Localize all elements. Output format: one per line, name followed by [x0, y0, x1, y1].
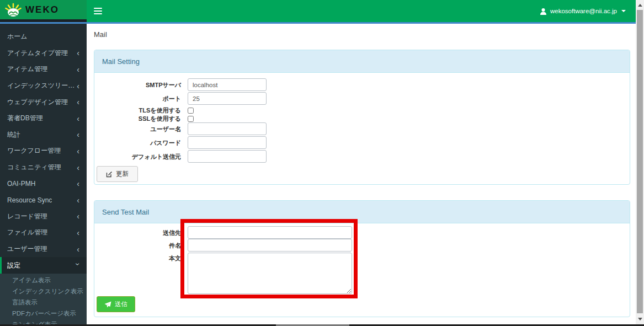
user-icon: [540, 8, 547, 15]
sidebar-item-workflow-mgmt[interactable]: ワークフロー管理‹: [0, 143, 87, 159]
use-ssl-label: SSLを使用する: [97, 114, 185, 122]
top-navbar: wekosoftware@nii.ac.jp: [87, 0, 636, 22]
send-button-label: 送信: [115, 300, 127, 308]
sidebar-menu: ホーム アイテムタイプ管理‹ アイテム管理‹ インデックスツリー管理‹ ウェブデ…: [0, 24, 87, 274]
port-input[interactable]: [188, 92, 267, 105]
caret-down-icon: [621, 10, 626, 12]
submenu-language-display[interactable]: 言語表示: [0, 297, 87, 308]
weko-sun-logo-icon: [5, 2, 22, 18]
weko-admin-app: WEKO wekosoftware@nii.ac.jp ホーム アイテムタイプ管…: [0, 0, 644, 326]
header-accent-line: [0, 22, 636, 24]
default-sender-label: デフォルト送信元: [97, 150, 185, 163]
sidebar-item-oai-pmh[interactable]: OAI-PMH‹: [0, 175, 87, 192]
username-input[interactable]: [188, 122, 267, 135]
settings-submenu: アイテム表示 インデックスリンク表示 言語表示 PDFカバーページ表示 ランキン…: [0, 274, 87, 324]
port-label: ポート: [97, 92, 185, 105]
submenu-ranking-display[interactable]: ランキング表示: [0, 319, 87, 324]
submenu-item-display[interactable]: アイテム表示: [0, 275, 87, 286]
sidebar-item-authordb-mgmt[interactable]: 著者DB管理‹: [0, 110, 87, 127]
sidebar-item-indextree-mgmt[interactable]: インデックスツリー管理‹: [0, 78, 87, 94]
sidebar-item-item-mgmt[interactable]: アイテム管理‹: [0, 61, 87, 78]
hamburger-menu-icon[interactable]: [94, 8, 102, 14]
chevron-left-icon: ‹: [74, 196, 79, 204]
submenu-index-link-display[interactable]: インデックスリンク表示: [0, 286, 87, 297]
user-account-menu[interactable]: wekosoftware@nii.ac.jp: [540, 8, 626, 15]
sidebar-item-file-mgmt[interactable]: ファイル管理‹: [0, 225, 87, 241]
use-tls-label: TLSを使用する: [97, 106, 185, 114]
chevron-left-icon: ‹: [74, 245, 79, 253]
chevron-left-icon: ‹: [74, 147, 79, 155]
send-test-mail-panel-title: Send Test Mail: [94, 201, 630, 223]
sidebar-item-home[interactable]: ホーム: [0, 29, 87, 45]
scroll-down-arrow-icon[interactable]: [638, 318, 642, 320]
password-input[interactable]: [188, 136, 267, 149]
recipient-input[interactable]: [188, 226, 352, 239]
chevron-left-icon: ‹: [74, 164, 79, 172]
mail-setting-form: SMTPサーバ ポート TLSを使用する SSLを使用する ユーザー名 パスワー…: [94, 73, 630, 184]
use-ssl-checkbox[interactable]: [188, 116, 194, 122]
vertical-scrollbar[interactable]: [636, 0, 644, 324]
subject-label: 件名: [97, 239, 185, 252]
recipient-label: 送信先: [97, 226, 185, 239]
chevron-left-icon: ‹: [74, 180, 79, 188]
chevron-left-icon: ‹: [74, 229, 79, 237]
subject-input[interactable]: [188, 239, 352, 252]
sidebar-item-itemtype-mgmt[interactable]: アイテムタイプ管理‹: [0, 45, 87, 62]
submenu-pdf-cover-display[interactable]: PDFカバーページ表示: [0, 308, 87, 319]
edit-square-icon: [106, 171, 113, 178]
use-tls-checkbox[interactable]: [188, 108, 194, 114]
username-label: ユーザー名: [97, 122, 185, 135]
sidebar-item-settings[interactable]: 設定‹: [0, 257, 87, 274]
sidebar-item-webdesign-mgmt[interactable]: ウェブデザイン管理‹: [0, 94, 87, 110]
sidebar: ホーム アイテムタイプ管理‹ アイテム管理‹ インデックスツリー管理‹ ウェブデ…: [0, 24, 87, 324]
scroll-up-arrow-icon[interactable]: [638, 4, 642, 7]
chevron-left-icon: ‹: [74, 212, 79, 220]
update-button[interactable]: 更新: [97, 166, 138, 182]
chevron-left-icon: ‹: [74, 82, 79, 90]
sidebar-item-community-mgmt[interactable]: コミュニティ管理‹: [0, 159, 87, 176]
send-button[interactable]: 送信: [97, 296, 135, 312]
chevron-left-icon: ‹: [74, 98, 79, 106]
default-sender-input[interactable]: [188, 150, 267, 163]
send-test-mail-panel: Send Test Mail 送信先 件名 本文 送信: [94, 200, 630, 317]
mail-setting-panel: Mail Setting SMTPサーバ ポート TLSを使用する SSLを使用…: [94, 50, 630, 185]
password-label: パスワード: [97, 136, 185, 149]
paper-plane-icon: [104, 301, 111, 308]
smtp-server-label: SMTPサーバ: [97, 78, 185, 91]
sidebar-item-record-mgmt[interactable]: レコード管理‹: [0, 209, 87, 225]
smtp-server-input[interactable]: [188, 78, 267, 91]
sidebar-item-statistics[interactable]: 統計‹: [0, 127, 87, 143]
send-test-mail-form: 送信先 件名 本文 送信: [94, 223, 630, 317]
body-textarea[interactable]: [188, 253, 352, 294]
body-label: 本文: [97, 252, 185, 294]
page-title: Mail: [94, 30, 107, 39]
chevron-left-icon: ‹: [74, 115, 79, 122]
vertical-scrollbar-thumb[interactable]: [637, 10, 643, 313]
chevron-left-icon: ‹: [74, 131, 79, 138]
brand-title: WEKO: [25, 4, 59, 15]
mail-setting-panel-title: Mail Setting: [94, 50, 630, 73]
chevron-left-icon: ‹: [74, 66, 79, 73]
chevron-left-icon: ‹: [74, 49, 79, 57]
chevron-down-icon: ‹: [73, 263, 81, 268]
sidebar-item-user-mgmt[interactable]: ユーザー管理‹: [0, 241, 87, 258]
sidebar-item-resource-sync[interactable]: Resource Sync‹: [0, 192, 87, 209]
update-button-label: 更新: [116, 170, 129, 178]
user-email: wekosoftware@nii.ac.jp: [550, 8, 617, 14]
brand-logo[interactable]: WEKO: [0, 0, 87, 22]
